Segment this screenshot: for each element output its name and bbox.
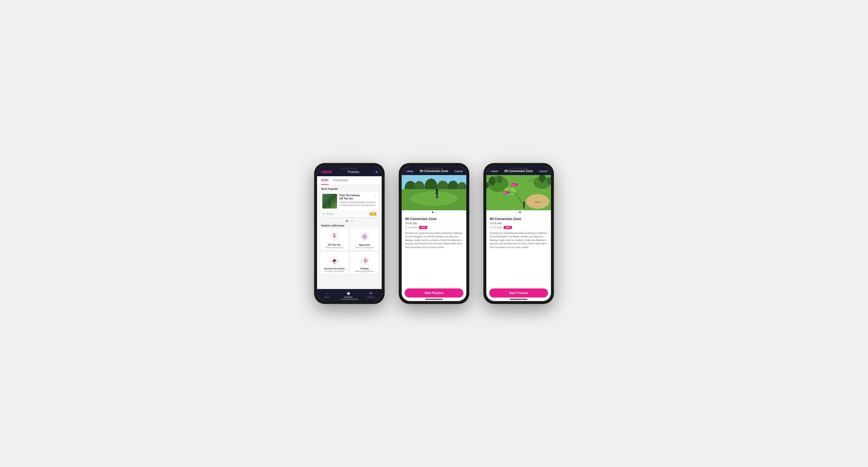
svg-point-36 <box>336 261 336 262</box>
phones-container: clippd Practice ≡ Drills Favourites Most… <box>314 163 554 304</box>
menu-icon[interactable]: ≡ <box>375 170 378 174</box>
content-area: Most Popular <box>317 185 382 289</box>
app-logo: clippd <box>321 169 332 174</box>
phone-1: clippd Practice ≡ Drills Favourites Most… <box>314 163 384 304</box>
nav-activities-label: Activities <box>344 296 352 298</box>
favourite-star[interactable]: ☆ <box>374 194 376 197</box>
carousel-dots <box>317 219 382 223</box>
svg-text:SAND: SAND <box>535 201 541 203</box>
nav-capture-label: Capture <box>367 296 374 298</box>
nav-capture[interactable]: ⊕ Capture <box>367 291 374 298</box>
phone-1-screen: clippd Practice ≡ Drills Favourites Most… <box>317 166 382 301</box>
svg-line-4 <box>329 205 330 207</box>
dot-2 <box>349 220 350 222</box>
shots-number-3: 20 shots <box>493 226 502 229</box>
title-row: 6ft Conversion Zone ☆ <box>405 217 463 221</box>
explore-title: Explore skill areas <box>317 223 382 228</box>
svg-line-89 <box>523 206 524 208</box>
skill-name-atg: Around The Green <box>324 267 344 270</box>
image-carousel-dots <box>402 210 466 214</box>
shots-display: ⏱ 20 shots <box>405 226 417 229</box>
golfer-figure <box>328 201 332 207</box>
drill-meta-3: ⏱ 20 shots ARG <box>490 226 548 229</box>
arg-category-badge: ARG <box>419 226 427 229</box>
svg-point-0 <box>329 202 331 203</box>
golf-photo <box>402 175 466 210</box>
drill-image <box>402 175 466 210</box>
course-map: SAND Miss Hit FAIRWAY ROUGH <box>486 175 551 210</box>
skill-grid: Off The Tee Power and accuracy <box>317 228 382 276</box>
approach-radar-icon <box>358 231 371 242</box>
map-dot-2 <box>519 211 521 213</box>
svg-point-84 <box>509 192 510 193</box>
approach-icon-area <box>358 231 372 242</box>
svg-point-71 <box>497 176 502 183</box>
ott-radar-icon <box>328 231 341 242</box>
svg-line-5 <box>330 205 331 207</box>
bottom-navigation: ⌂ Home ◉ Activities ⊕ Capture <box>317 289 382 301</box>
title-row-3: 6ft Conversion Zone ☆ <box>490 217 548 221</box>
ott-icon-area <box>327 231 341 242</box>
drill-info: Find The Fairway Off The Tee ☆ Create an… <box>339 194 376 208</box>
drill-title-line1: Find The Fairway <box>339 194 360 197</box>
start-practice-button-3[interactable]: Start Practice <box>489 289 548 298</box>
course-map-svg: SAND Miss Hit FAIRWAY ROUGH <box>486 175 551 210</box>
header-title: Practice <box>348 170 360 174</box>
drill-yardage: 10-50 yds <box>405 222 463 225</box>
cancel-button[interactable]: Cancel <box>455 170 463 173</box>
drill-title-3: 6ft Conversion Zone <box>490 217 521 221</box>
svg-point-50 <box>365 263 366 263</box>
phone-2: < Back 6ft Conversion Zone Cancel <box>399 163 469 304</box>
svg-point-47 <box>364 260 365 261</box>
golf-photo-svg <box>402 175 466 210</box>
featured-drill-card[interactable]: Find The Fairway Off The Tee ☆ Create an… <box>320 192 379 218</box>
dot-1 <box>346 220 348 222</box>
atg-radar-icon <box>328 255 341 266</box>
svg-point-38 <box>332 261 333 262</box>
svg-point-49 <box>367 260 368 261</box>
capture-icon: ⊕ <box>369 291 373 296</box>
phone2-header: < Back 6ft Conversion Zone Cancel <box>402 166 466 175</box>
skill-desc-ott: Power and accuracy <box>326 246 343 248</box>
favourite-icon[interactable]: ☆ <box>460 217 463 221</box>
nav-home-label: Home <box>324 296 330 298</box>
drill-footer-3: Start Practice <box>486 286 551 301</box>
skill-approach[interactable]: Approach Dial-in to hit the green <box>350 228 379 250</box>
back-button-3[interactable]: < Back <box>490 170 498 173</box>
cancel-button-3[interactable]: Cancel <box>539 170 548 173</box>
nav-activities[interactable]: ◉ Activities <box>344 291 352 298</box>
skill-name-putting: Putting <box>361 267 369 270</box>
drill-title-line2: Off The Tee <box>339 197 360 200</box>
drill-thumbnail <box>322 194 337 208</box>
svg-point-15 <box>334 233 335 234</box>
skill-off-the-tee[interactable]: Off The Tee Power and accuracy <box>320 228 348 250</box>
phone-2-screen: < Back 6ft Conversion Zone Cancel <box>402 166 466 301</box>
skill-desc-approach: Dial-in to hit the green <box>355 246 374 248</box>
tab-favourites[interactable]: Favourites <box>333 176 348 185</box>
photo-dot-2 <box>435 211 436 213</box>
favourite-icon-3[interactable]: ☆ <box>544 217 548 221</box>
clock-icon-small: ⏱ <box>405 226 408 229</box>
svg-point-24 <box>364 236 365 237</box>
map-dot-1 <box>517 211 518 213</box>
drill-meta: ⏱ 20 shots ARG <box>405 226 463 229</box>
tabs-bar: Drills Favourites <box>317 176 382 185</box>
nav-home[interactable]: ⌂ Home <box>324 291 330 298</box>
clock-icon: 🕐 <box>322 213 325 215</box>
tab-drills[interactable]: Drills <box>321 176 329 185</box>
phone1-header: clippd Practice ≡ <box>317 166 382 176</box>
back-button[interactable]: < Back <box>405 170 413 173</box>
svg-point-60 <box>436 189 438 192</box>
phone3-header: < Back 6ft Conversion Zone Cancel <box>486 166 551 175</box>
activities-icon: ◉ <box>347 291 350 296</box>
skill-name-ott: Off The Tee <box>328 243 341 246</box>
putting-radar-icon <box>358 255 371 266</box>
skill-putting[interactable]: Putting Make and lag practice <box>350 252 379 274</box>
svg-point-48 <box>365 258 366 259</box>
skill-around-green[interactable]: Around The Green Hone your short game <box>320 252 348 274</box>
shots-info: 🕐 10 shots <box>322 213 334 215</box>
start-practice-button[interactable]: Start Practice <box>405 289 463 298</box>
phone-3: < Back 6ft Conversion Zone Cancel <box>484 163 554 304</box>
page-title: 6ft Conversion Zone <box>420 169 448 173</box>
svg-point-14 <box>334 236 335 237</box>
